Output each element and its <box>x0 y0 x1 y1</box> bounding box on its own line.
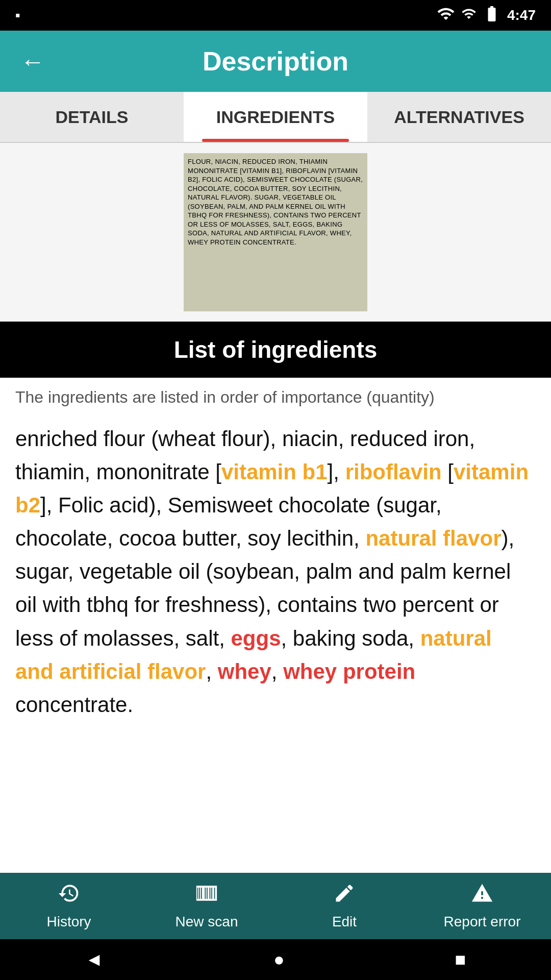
nav-history[interactable]: History <box>0 873 138 939</box>
battery-icon <box>483 5 501 27</box>
product-label-text: FLOUR, NIACIN, REDUCED IRON, THIAMIN MON… <box>184 153 367 311</box>
nav-report-error-label: Report error <box>444 914 521 930</box>
warning-icon <box>471 882 493 910</box>
nav-report-error[interactable]: Report error <box>413 873 551 939</box>
nav-new-scan[interactable]: New scan <box>138 873 276 939</box>
tab-ingredients[interactable]: INGREDIENTS <box>184 92 367 142</box>
product-image: FLOUR, NIACIN, REDUCED IRON, THIAMIN MON… <box>184 153 367 311</box>
whey-highlight[interactable]: whey <box>218 659 271 683</box>
tab-alternatives[interactable]: ALTERNATIVES <box>367 92 551 142</box>
nav-edit-label: Edit <box>332 914 357 930</box>
page-title: Description <box>203 46 348 77</box>
riboflavin-highlight[interactable]: riboflavin <box>345 460 442 484</box>
sim-icon: ▪ <box>15 7 20 23</box>
back-nav-button[interactable]: ◄ <box>85 949 104 970</box>
status-bar: ▪ 4:47 <box>0 0 551 31</box>
status-left: ▪ <box>15 7 20 23</box>
time-display: 4:47 <box>507 7 536 23</box>
eggs-highlight[interactable]: eggs <box>231 626 281 650</box>
natural-flavor-highlight[interactable]: natural flavor <box>365 526 501 550</box>
ingredients-description: The ingredients are listed in order of i… <box>0 378 551 412</box>
history-icon <box>58 882 80 910</box>
product-image-container: FLOUR, NIACIN, REDUCED IRON, THIAMIN MON… <box>0 143 551 322</box>
nav-edit[interactable]: Edit <box>276 873 413 939</box>
ingredients-body: enriched flour (wheat flour), niacin, re… <box>0 412 551 742</box>
edit-icon <box>333 882 356 910</box>
tab-details[interactable]: DETAILS <box>0 92 184 142</box>
home-nav-button[interactable]: ● <box>273 949 285 970</box>
whey-protein-highlight[interactable]: whey protein <box>283 659 415 683</box>
tab-bar: DETAILS INGREDIENTS ALTERNATIVES <box>0 92 551 143</box>
back-button[interactable]: ← <box>20 47 45 76</box>
status-right: 4:47 <box>437 5 536 27</box>
ingredients-header: List of ingredients <box>0 322 551 378</box>
ingredients-header-text: List of ingredients <box>174 336 378 363</box>
barcode-icon <box>195 882 218 910</box>
recents-nav-button[interactable]: ■ <box>455 949 466 970</box>
nav-history-label: History <box>46 914 91 930</box>
nav-new-scan-label: New scan <box>176 914 238 930</box>
signal-icon <box>461 5 477 27</box>
wifi-icon <box>437 5 455 27</box>
toolbar: ← Description <box>0 31 551 92</box>
vitamin-b1-highlight[interactable]: vitamin b1 <box>221 460 328 484</box>
content-area: FLOUR, NIACIN, REDUCED IRON, THIAMIN MON… <box>0 143 551 914</box>
system-nav-bar: ◄ ● ■ <box>0 939 551 980</box>
bottom-nav: History New scan Edit Report error <box>0 873 551 939</box>
